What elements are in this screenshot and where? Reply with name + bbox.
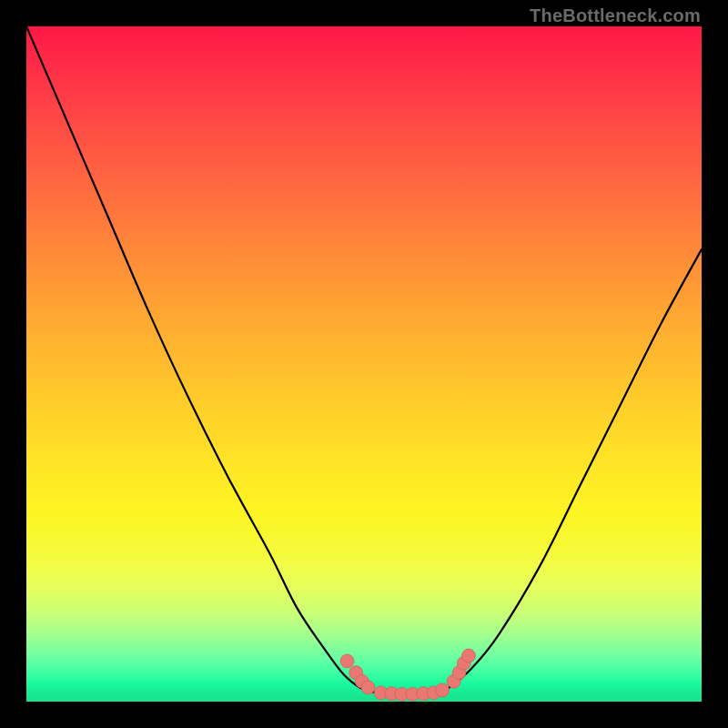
data-marker <box>340 654 354 668</box>
curve-layer <box>26 26 702 702</box>
chart-stage: TheBottleneck.com <box>0 0 728 728</box>
v-curve <box>26 26 702 694</box>
data-marker <box>361 681 375 694</box>
credit-watermark: TheBottleneck.com <box>530 5 701 26</box>
curve-group <box>26 26 702 694</box>
data-marker <box>436 683 450 697</box>
plot-area <box>26 26 702 702</box>
marker-group <box>340 649 475 701</box>
data-marker <box>462 649 476 662</box>
